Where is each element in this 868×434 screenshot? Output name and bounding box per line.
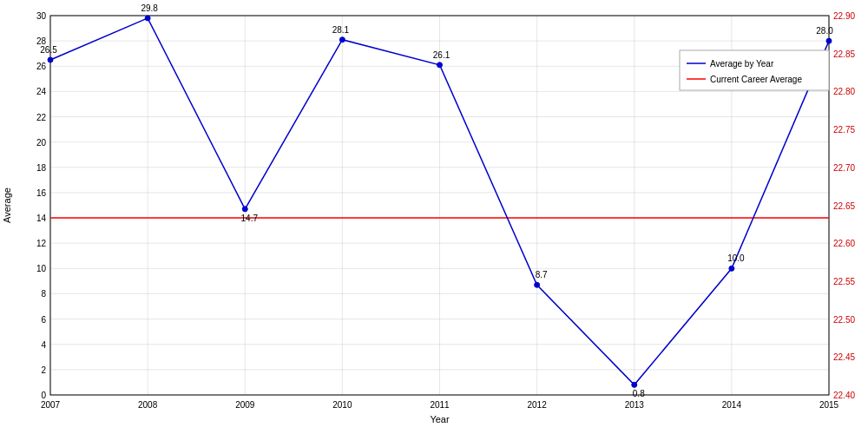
svg-text:26.1: 26.1 xyxy=(433,50,450,60)
svg-text:2013: 2013 xyxy=(625,400,645,410)
svg-point-77 xyxy=(729,266,734,271)
svg-text:6: 6 xyxy=(41,315,46,325)
svg-text:2008: 2008 xyxy=(138,400,158,410)
svg-text:2012: 2012 xyxy=(528,400,548,410)
svg-point-73 xyxy=(535,282,540,287)
svg-text:22.70: 22.70 xyxy=(833,163,855,173)
svg-rect-83 xyxy=(680,50,829,90)
svg-text:22: 22 xyxy=(36,113,47,122)
svg-text:0: 0 xyxy=(41,391,46,400)
svg-point-69 xyxy=(339,37,345,43)
svg-text:10.0: 10.0 xyxy=(727,253,745,263)
svg-point-63 xyxy=(48,57,53,62)
svg-text:22.65: 22.65 xyxy=(833,201,855,211)
svg-text:2015: 2015 xyxy=(819,400,839,410)
svg-text:14: 14 xyxy=(36,214,47,223)
svg-point-79 xyxy=(826,38,832,43)
svg-text:2011: 2011 xyxy=(430,400,450,410)
svg-text:2014: 2014 xyxy=(722,400,742,410)
svg-text:22.40: 22.40 xyxy=(833,391,855,400)
svg-text:4: 4 xyxy=(41,340,46,350)
chart-container: 02468101214161820222426283022.4022.4522.… xyxy=(0,0,868,434)
svg-text:24: 24 xyxy=(36,87,47,96)
svg-text:2009: 2009 xyxy=(235,400,255,410)
svg-text:Average: Average xyxy=(2,187,12,223)
svg-text:22.60: 22.60 xyxy=(833,239,855,248)
svg-text:26.5: 26.5 xyxy=(40,45,57,55)
svg-text:18: 18 xyxy=(36,163,47,173)
svg-text:2010: 2010 xyxy=(332,400,352,410)
svg-point-75 xyxy=(632,382,637,387)
svg-point-71 xyxy=(437,62,443,68)
svg-text:20: 20 xyxy=(36,138,47,148)
svg-text:28.1: 28.1 xyxy=(332,25,350,35)
svg-text:Current Career Average: Current Career Average xyxy=(710,75,802,84)
svg-text:8: 8 xyxy=(41,289,46,299)
svg-text:22.90: 22.90 xyxy=(833,11,855,21)
svg-text:22.50: 22.50 xyxy=(833,315,855,325)
svg-text:22.75: 22.75 xyxy=(833,125,855,135)
chart-svg: 02468101214161820222426283022.4022.4522.… xyxy=(0,0,868,434)
svg-text:2: 2 xyxy=(41,365,46,375)
svg-text:22.55: 22.55 xyxy=(833,277,855,286)
svg-point-65 xyxy=(145,16,150,21)
svg-text:22.85: 22.85 xyxy=(833,49,855,59)
svg-text:8.7: 8.7 xyxy=(536,270,548,279)
svg-point-67 xyxy=(242,207,247,212)
svg-text:12: 12 xyxy=(36,239,47,248)
svg-text:30: 30 xyxy=(36,11,47,21)
svg-text:Average by Year: Average by Year xyxy=(710,59,774,69)
svg-text:29.8: 29.8 xyxy=(141,3,158,13)
svg-text:28.0: 28.0 xyxy=(816,26,833,36)
svg-text:16: 16 xyxy=(36,188,47,198)
svg-text:2007: 2007 xyxy=(41,400,61,410)
svg-text:10: 10 xyxy=(36,264,47,273)
svg-text:14.7: 14.7 xyxy=(241,214,259,223)
svg-text:22.80: 22.80 xyxy=(833,87,855,96)
svg-text:Year: Year xyxy=(430,414,450,424)
svg-text:0.8: 0.8 xyxy=(633,389,645,398)
svg-text:26: 26 xyxy=(36,62,47,71)
svg-text:22.45: 22.45 xyxy=(833,352,855,362)
